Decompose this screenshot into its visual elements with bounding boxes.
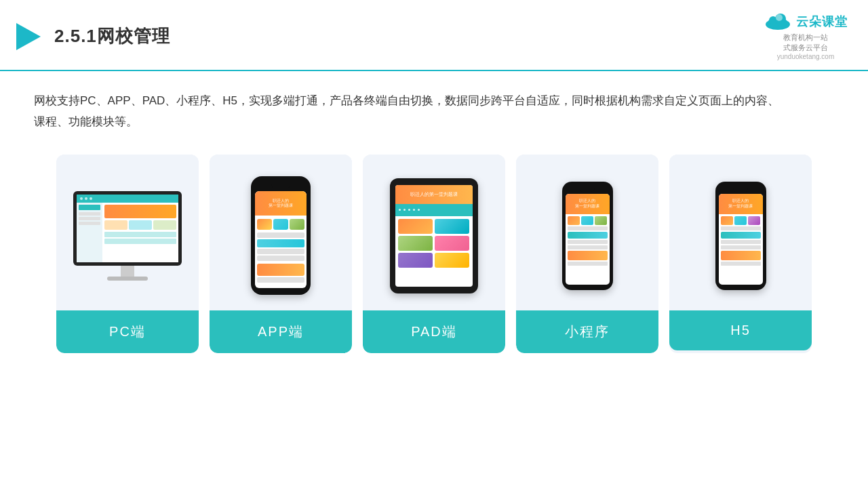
device-phone-h5: 职迁人的第一堂判题课 <box>715 182 766 290</box>
logo-main-text: 云朵课堂 <box>796 14 848 30</box>
logo-area: 云朵课堂 教育机构一站 式服务云平台 yunduoketang.com <box>764 12 848 60</box>
device-phone-app: 职迁人的第一堂判题课 <box>251 176 311 295</box>
dot1 <box>80 197 83 200</box>
row2 <box>257 239 304 247</box>
play-icon <box>14 22 43 52</box>
dot2 <box>85 197 87 200</box>
card-pad-label: PAD端 <box>363 310 505 353</box>
card-app-image: 职迁人的第一堂判题课 <box>210 155 352 310</box>
card-pc-image <box>56 155 199 310</box>
main-content: 网校支持PC、APP、PAD、小程序、H5，实现多端打通，产品各终端自由切换，数… <box>0 71 868 367</box>
tc6 <box>435 253 469 268</box>
phone-small-frame: 职迁人的第一堂判题课 <box>562 182 613 290</box>
tablet-frame: 职迁人的第一堂判题课 <box>390 178 478 293</box>
card-h5-label: H5 <box>669 310 812 350</box>
monitor-base <box>107 277 148 281</box>
phone-frame-app: 职迁人的第一堂判题课 <box>251 176 311 295</box>
row2 <box>104 239 177 244</box>
phone-notch-app <box>271 183 290 188</box>
phone-small-notch <box>580 187 595 192</box>
card-h5: 职迁人的第一堂判题课 <box>669 155 812 353</box>
nav-dot3 <box>408 209 410 211</box>
svg-marker-0 <box>16 23 41 50</box>
tablet-top: 职迁人的第一堂判题课 <box>395 185 473 204</box>
nav-dot2 <box>403 209 406 211</box>
row1 <box>257 232 304 238</box>
icon2 <box>273 219 288 230</box>
tablet-body <box>395 216 473 270</box>
device-pc <box>73 191 182 281</box>
header-left: 2.5.1网校管理 <box>14 22 170 52</box>
phone-body-app <box>255 216 307 285</box>
card-pc-label: PC端 <box>56 310 199 353</box>
row5 <box>257 277 304 283</box>
card-mini-label: 小程序 <box>516 310 658 353</box>
dot3 <box>90 197 92 200</box>
card-pad-image: 职迁人的第一堂判题课 <box>363 155 505 310</box>
phone-h5-frame: 职迁人的第一堂判题课 <box>715 182 766 290</box>
tc4 <box>435 236 469 251</box>
nav-dot5 <box>418 209 420 211</box>
tc1 <box>398 219 433 234</box>
row1 <box>104 232 177 237</box>
screen-sidebar <box>77 203 102 262</box>
card-pc: PC端 <box>56 155 199 353</box>
nav-dot1 <box>399 209 401 211</box>
tc2 <box>435 219 469 234</box>
card-h5-image: 职迁人的第一堂判题课 <box>669 155 812 310</box>
tc5 <box>398 253 433 268</box>
description-text: 网校支持PC、APP、PAD、小程序、H5，实现多端打通，产品各终端自由切换，数… <box>34 90 780 133</box>
phone-icons-app <box>257 219 304 230</box>
row3 <box>257 249 304 254</box>
phone-small-screen: 职迁人的第一堂判题课 <box>566 194 610 285</box>
tc3 <box>398 236 433 251</box>
svg-point-6 <box>776 14 783 21</box>
card-miniprogram: 职迁人的第一堂判题课 <box>516 155 658 353</box>
device-tablet: 职迁人的第一堂判题课 <box>390 178 478 293</box>
icon1 <box>257 219 272 230</box>
cloud-icon <box>764 12 792 31</box>
icon3 <box>290 219 304 230</box>
logo-subtitle: 教育机构一站 式服务云平台 <box>783 33 828 53</box>
phone-screen-app: 职迁人的第一堂判题课 <box>255 191 307 288</box>
tablet-nav <box>395 204 473 216</box>
tablet-screen: 职迁人的第一堂判题课 <box>395 185 473 287</box>
device-phone-mini: 职迁人的第一堂判题课 <box>562 182 613 290</box>
screen-topbar <box>77 195 178 203</box>
monitor <box>73 191 182 266</box>
monitor-screen <box>77 195 178 262</box>
screen-main <box>102 203 179 262</box>
row4 <box>257 256 304 261</box>
logo-url: yunduoketang.com <box>777 53 835 60</box>
screen-body <box>77 203 178 262</box>
card-app: 职迁人的第一堂判题课 <box>210 155 352 353</box>
phone-h5-notch <box>733 187 748 192</box>
nav-dot4 <box>413 209 415 211</box>
monitor-stand <box>121 266 134 277</box>
logo-cloud: 云朵课堂 <box>764 12 848 31</box>
phone-h5-screen: 职迁人的第一堂判题课 <box>719 194 763 285</box>
card-pad: 职迁人的第一堂判题课 <box>363 155 505 353</box>
card-app-label: APP端 <box>210 310 352 353</box>
cards-row: PC端 职迁人的第一堂判题课 <box>34 155 834 353</box>
header: 2.5.1网校管理 云朵课堂 教育机构一站 式服务云平台 yunduoketan… <box>0 0 868 71</box>
screen-banner <box>104 205 177 218</box>
phone-top-app: 职迁人的第一堂判题课 <box>255 191 307 216</box>
card-mini-image: 职迁人的第一堂判题课 <box>516 155 658 310</box>
page-title: 2.5.1网校管理 <box>54 24 170 48</box>
